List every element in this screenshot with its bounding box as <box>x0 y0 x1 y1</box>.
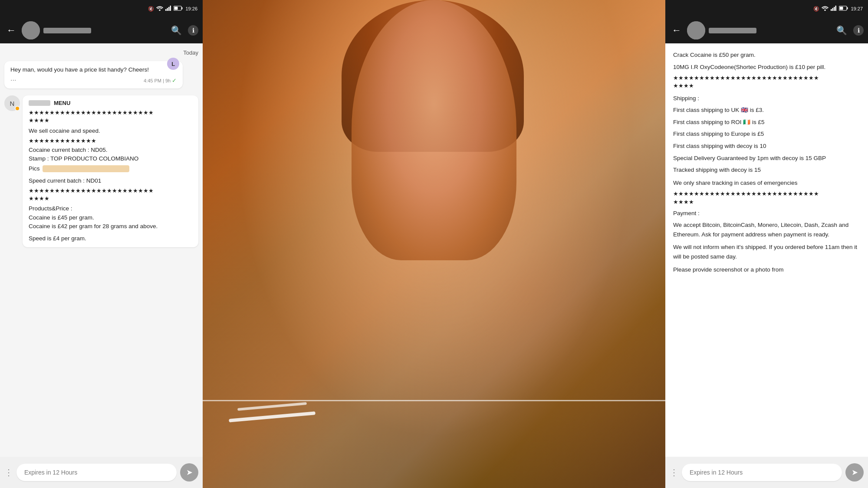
right-app-bar: ← 🔍 ℹ <box>665 17 868 43</box>
pics-row: Pics <box>29 164 192 173</box>
right-bottom-bar: ⋮ ➤ <box>665 457 868 488</box>
ship-decoy: First class shipping with decoy is 10 <box>673 141 860 151</box>
right-send-icon: ➤ <box>852 468 858 477</box>
message-time-1: 4:45 PM | 9h ✓ <box>144 77 177 84</box>
message-text-1: Hey man, would you have a price list han… <box>10 66 177 74</box>
left-status-icons: 🔇 19:26 <box>148 6 197 12</box>
center-image <box>203 0 665 488</box>
right-search-icon[interactable]: 🔍 <box>836 25 847 36</box>
svg-rect-13 <box>840 7 843 10</box>
message-check-icon: ✓ <box>172 77 177 84</box>
message-text-2a: We sell cocaine and speed. <box>29 127 192 135</box>
right-stars-2: ★★★★★★★★★★★★★★★★★★★★★★★★★★★★★★★★ <box>673 190 860 206</box>
ship-europe: First class shipping to Europe is £5 <box>673 129 860 139</box>
shipping-label: Shipping : <box>673 94 860 103</box>
left-title <box>43 28 168 33</box>
stars-row-1: ★★★★★★★★★★★★★★★★★★★★★★★★★★★★ <box>29 109 192 124</box>
surface-line <box>203 400 665 401</box>
left-time: 19:26 <box>185 6 197 11</box>
left-panel: 🔇 19:26 <box>0 0 203 488</box>
right-stars-1: ★★★★★★★★★★★★★★★★★★★★★★★★★★★★★★★★ <box>673 74 860 90</box>
message-meta-1: ··· 4:45 PM | 9h ✓ <box>10 76 177 84</box>
svg-rect-0 <box>165 9 167 11</box>
tracking-note: We only share tracking in cases of emerg… <box>673 178 860 188</box>
stamp-text: Stamp : TOP PRODUCTO COLOMBIANO <box>29 154 192 163</box>
signal-icon <box>165 6 171 12</box>
n-online-dot <box>15 106 20 111</box>
shipping-note: We will not inform when it's shipped. If… <box>673 242 860 261</box>
svg-rect-1 <box>167 8 168 11</box>
svg-rect-5 <box>182 7 183 10</box>
left-send-icon: ➤ <box>186 468 193 477</box>
price2: Cocaine is £42 per gram for 28 grams and… <box>29 222 192 231</box>
ship-special: Special Delivery Guaranteed by 1pm with … <box>673 154 860 163</box>
svg-rect-12 <box>847 7 848 10</box>
crack-price: Crack Cocaine is £50 per gram. <box>673 50 860 60</box>
left-more-options-icon[interactable]: ⋮ <box>4 467 13 478</box>
left-search-icon[interactable]: 🔍 <box>171 25 182 36</box>
svg-rect-9 <box>834 7 835 11</box>
message-item-2: N MENU ★★★★★★★★★★★★★★★★★★★★★★★★★★★★ We s… <box>4 95 198 247</box>
left-status-bar: 🔇 19:26 <box>0 0 203 17</box>
ship-uk: First class shipping to UK 🇬🇧 is £3. <box>673 105 860 115</box>
left-info-icon[interactable]: ℹ <box>188 25 198 36</box>
right-time: 19:27 <box>851 6 863 11</box>
batch-cocaine: Cocaine current batch : ND05. <box>29 146 192 154</box>
left-avatar <box>22 21 40 39</box>
price1: Cocaine is £45 per gram. <box>29 213 192 222</box>
right-more-options-icon[interactable]: ⋮ <box>670 467 678 478</box>
right-title <box>709 28 833 33</box>
screenshot-note: Please provide screenshot or a photo fro… <box>673 265 860 275</box>
svg-rect-6 <box>174 7 178 10</box>
payment-text: We accept Bitcoin, BitcoinCash, Monero, … <box>673 220 860 239</box>
message-bubble-1: L Hey man, would you have a price list h… <box>4 61 183 88</box>
right-send-button[interactable]: ➤ <box>845 463 864 481</box>
mute-icon: 🔇 <box>148 6 154 12</box>
battery-icon <box>174 6 183 12</box>
left-bottom-bar: ⋮ ➤ <box>0 457 203 488</box>
ship-roi: First class shipping to ROI 🇮🇪 is £5 <box>673 118 860 127</box>
menu-label: MENU <box>54 100 70 106</box>
left-send-button[interactable]: ➤ <box>180 463 198 481</box>
message-item-1: L Hey man, would you have a price list h… <box>4 61 198 88</box>
right-content-area: Crack Cocaine is £50 per gram. 10MG I.R … <box>665 43 868 457</box>
svg-rect-3 <box>170 6 171 11</box>
n-avatar: N <box>4 95 20 111</box>
right-app-bar-icons: 🔍 ℹ <box>836 25 864 36</box>
price3: Speed is £4 per gram. <box>29 234 192 243</box>
right-avatar <box>687 21 705 39</box>
right-status-icons: 🔇 19:27 <box>813 6 863 12</box>
pics-label: Pics <box>29 164 40 173</box>
n-message-bubble: MENU ★★★★★★★★★★★★★★★★★★★★★★★★★★★★ We sel… <box>23 95 198 247</box>
message-options-icon[interactable]: ··· <box>10 76 16 84</box>
right-wifi-icon <box>822 6 829 12</box>
stars-row-2: ★★★★★★★★★★★★★ <box>29 137 192 145</box>
blurred-link <box>43 165 129 172</box>
left-app-bar-icons: 🔍 ℹ <box>171 25 198 36</box>
products-price: Products&Price : <box>29 204 192 213</box>
left-chat-content: Today L Hey man, would you have a price … <box>0 43 203 457</box>
sender-label-l: L <box>167 58 179 70</box>
right-signal-icon <box>831 6 837 12</box>
left-app-bar: ← 🔍 ℹ <box>0 17 203 43</box>
left-back-button[interactable]: ← <box>4 23 18 38</box>
right-info-icon[interactable]: ℹ <box>853 25 864 36</box>
svg-rect-8 <box>832 8 834 11</box>
svg-rect-10 <box>835 6 837 11</box>
ship-tracked: Tracked shipping with decoy is 15 <box>673 165 860 175</box>
svg-rect-2 <box>168 7 170 11</box>
date-divider: Today <box>4 48 198 58</box>
right-panel: 🔇 19:27 <box>665 0 868 488</box>
right-back-button[interactable]: ← <box>670 23 684 38</box>
figure-head <box>352 0 516 260</box>
oxy-price: 10MG I.R OxyCodeone(Shortec Production) … <box>673 62 860 72</box>
left-message-input[interactable] <box>16 464 177 481</box>
speed-batch: Speed current batch : ND01 <box>29 177 192 185</box>
right-mute-icon: 🔇 <box>813 6 819 12</box>
payment-label: Payment : <box>673 209 860 218</box>
svg-rect-7 <box>831 9 832 11</box>
right-battery-icon <box>839 6 848 12</box>
right-message-input[interactable] <box>682 464 842 481</box>
right-status-bar: 🔇 19:27 <box>665 0 868 17</box>
wifi-icon <box>156 6 163 12</box>
